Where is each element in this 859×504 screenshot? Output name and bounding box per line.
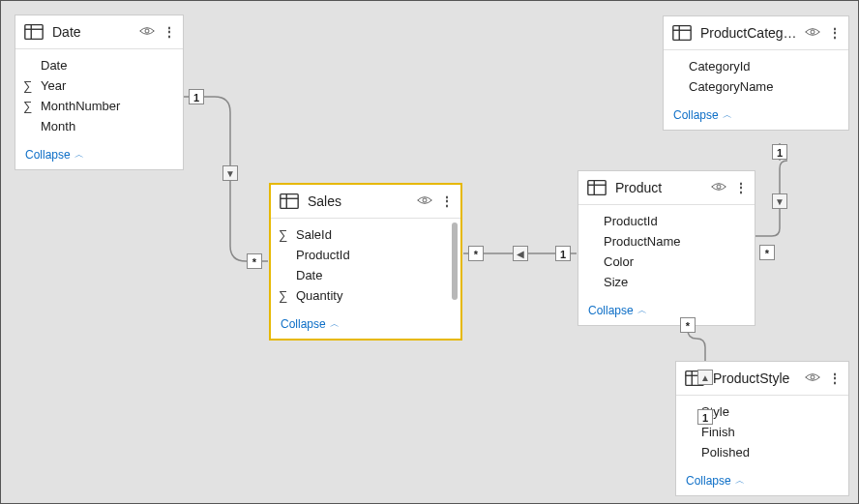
field-row[interactable]: Color bbox=[578, 252, 755, 272]
collapse-button[interactable]: Collapse︿ bbox=[15, 142, 183, 169]
cardinality-many: * bbox=[468, 246, 484, 261]
field-name: Year bbox=[41, 78, 66, 93]
cardinality-many: * bbox=[759, 245, 775, 260]
field-row[interactable]: ∑Quantity bbox=[271, 285, 460, 306]
field-list: Style Finish Polished bbox=[676, 396, 848, 468]
more-icon[interactable]: ⋮ bbox=[440, 194, 453, 208]
field-row[interactable]: ProductId bbox=[578, 211, 755, 231]
field-name: ProductId bbox=[604, 214, 658, 228]
field-list: ∑SaleId ProductId Date ∑Quantity bbox=[271, 219, 460, 311]
field-row[interactable]: CategoryId bbox=[664, 56, 848, 76]
cardinality-one: 1 bbox=[555, 246, 571, 261]
more-icon[interactable]: ⋮ bbox=[828, 26, 841, 40]
chevron-up-icon: ︿ bbox=[330, 317, 340, 331]
table-title: Product bbox=[615, 180, 703, 195]
sigma-icon: ∑ bbox=[23, 99, 32, 113]
sigma-icon: ∑ bbox=[279, 227, 287, 242]
field-row[interactable]: Date bbox=[271, 265, 460, 285]
field-row[interactable]: ProductId bbox=[271, 245, 460, 265]
svg-point-15 bbox=[811, 30, 815, 34]
table-icon bbox=[279, 191, 300, 212]
chevron-up-icon: ︿ bbox=[74, 148, 84, 162]
visibility-icon[interactable] bbox=[417, 194, 432, 208]
field-list: Date ∑Year ∑MonthNumber Month bbox=[15, 49, 183, 142]
svg-rect-0 bbox=[25, 25, 43, 40]
collapse-button[interactable]: Collapse︿ bbox=[271, 311, 460, 339]
visibility-icon[interactable] bbox=[805, 26, 820, 40]
field-row[interactable]: Month bbox=[15, 116, 183, 136]
visibility-icon[interactable] bbox=[805, 371, 820, 385]
field-name: CategoryId bbox=[689, 59, 751, 74]
svg-rect-4 bbox=[281, 194, 298, 209]
table-icon bbox=[586, 177, 607, 198]
field-row[interactable]: Date bbox=[15, 55, 183, 75]
field-name: CategoryName bbox=[689, 79, 773, 94]
field-row[interactable]: ProductName bbox=[578, 231, 755, 252]
field-name: Polished bbox=[701, 445, 750, 460]
sigma-icon: ∑ bbox=[23, 78, 32, 93]
table-header[interactable]: Sales ⋮ bbox=[271, 185, 460, 219]
field-name: Date bbox=[296, 268, 322, 282]
chevron-up-icon: ︿ bbox=[723, 108, 732, 122]
svg-point-11 bbox=[717, 185, 721, 189]
table-icon bbox=[23, 21, 44, 43]
field-row[interactable]: Polished bbox=[676, 442, 848, 462]
more-icon[interactable]: ⋮ bbox=[828, 371, 841, 385]
table-header[interactable]: Product ⋮ bbox=[578, 171, 755, 205]
cardinality-many: * bbox=[247, 253, 262, 269]
svg-point-19 bbox=[811, 375, 815, 379]
cardinality-one: 1 bbox=[189, 89, 204, 104]
more-icon[interactable]: ⋮ bbox=[163, 25, 175, 39]
cardinality-one: 1 bbox=[772, 144, 787, 160]
svg-point-3 bbox=[145, 29, 149, 33]
table-header[interactable]: Date ⋮ bbox=[15, 15, 183, 49]
table-header[interactable]: ProductCategory ⋮ bbox=[664, 16, 848, 50]
table-title: ProductCategory bbox=[700, 25, 797, 41]
chevron-up-icon: ︿ bbox=[637, 304, 647, 317]
table-date[interactable]: Date ⋮ Date ∑Year ∑MonthNumber Month Col… bbox=[15, 15, 184, 170]
table-title: Sales bbox=[308, 193, 409, 209]
svg-point-7 bbox=[423, 198, 427, 202]
filter-direction-icon[interactable]: ▼ bbox=[772, 193, 787, 209]
table-title: Date bbox=[52, 24, 132, 40]
field-list: CategoryId CategoryName bbox=[664, 50, 848, 103]
cardinality-one: 1 bbox=[697, 409, 713, 425]
filter-direction-icon[interactable]: ▲ bbox=[697, 370, 713, 385]
field-list: ProductId ProductName Color Size bbox=[578, 205, 755, 298]
more-icon[interactable]: ⋮ bbox=[734, 181, 747, 194]
collapse-button[interactable]: Collapse︿ bbox=[578, 298, 755, 325]
field-row[interactable]: CategoryName bbox=[664, 76, 848, 97]
cardinality-many: * bbox=[680, 317, 696, 333]
chevron-up-icon: ︿ bbox=[735, 474, 745, 488]
sigma-icon: ∑ bbox=[279, 288, 287, 303]
scrollbar[interactable] bbox=[452, 222, 458, 300]
visibility-icon[interactable] bbox=[139, 25, 155, 39]
model-canvas[interactable]: Date ⋮ Date ∑Year ∑MonthNumber Month Col… bbox=[0, 0, 859, 504]
field-name: Color bbox=[604, 254, 634, 269]
table-title: ProductStyle bbox=[713, 371, 797, 386]
field-row[interactable]: ∑SaleId bbox=[271, 224, 460, 245]
field-row[interactable]: Size bbox=[578, 272, 755, 292]
field-name: ProductName bbox=[604, 234, 680, 249]
field-name: Date bbox=[41, 58, 67, 73]
visibility-icon[interactable] bbox=[711, 181, 726, 194]
field-name: Size bbox=[604, 275, 628, 289]
field-row[interactable]: ∑Year bbox=[15, 75, 183, 96]
field-name: Quantity bbox=[296, 288, 342, 303]
svg-rect-12 bbox=[673, 26, 691, 41]
table-icon bbox=[671, 22, 693, 44]
table-product[interactable]: Product ⋮ ProductId ProductName Color Si… bbox=[578, 170, 755, 326]
filter-direction-icon[interactable]: ◀ bbox=[513, 246, 528, 261]
collapse-button[interactable]: Collapse︿ bbox=[676, 468, 848, 495]
table-sales[interactable]: Sales ⋮ ∑SaleId ProductId Date ∑Quantity… bbox=[269, 183, 462, 341]
filter-direction-icon[interactable]: ▼ bbox=[222, 165, 238, 181]
collapse-button[interactable]: Collapse︿ bbox=[664, 103, 848, 130]
table-productcategory[interactable]: ProductCategory ⋮ CategoryId CategoryNam… bbox=[663, 15, 849, 131]
field-row[interactable]: ∑MonthNumber bbox=[15, 96, 183, 116]
field-name: MonthNumber bbox=[41, 99, 120, 113]
field-name: Finish bbox=[701, 425, 735, 439]
field-name: SaleId bbox=[296, 227, 332, 242]
field-name: Month bbox=[41, 119, 75, 133]
field-name: ProductId bbox=[296, 248, 350, 262]
svg-rect-8 bbox=[588, 181, 606, 195]
